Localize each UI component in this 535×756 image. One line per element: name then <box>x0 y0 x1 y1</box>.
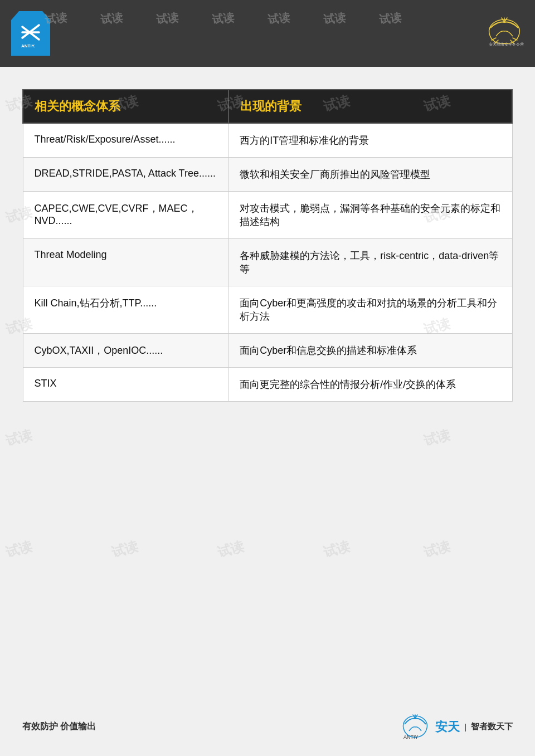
table-cell-right-4: 面向Cyber和更高强度的攻击和对抗的场景的分析工具和分析方法 <box>228 286 512 334</box>
header: ANTIY. 试读 试读 试读 试读 试读 试读 试读 安天网络安全冬令营第四期 <box>0 0 535 67</box>
col-header-right: 出现的背景 <box>228 90 512 123</box>
svg-text:ANTIY: ANTIY <box>403 734 419 739</box>
pwm-10: 试读 <box>4 426 35 450</box>
table-row: DREAD,STRIDE,PASTA, Attack Tree......微软和… <box>23 158 512 192</box>
table-row: CAPEC,CWE,CVE,CVRF，MAEC，NVD......对攻击模式，脆… <box>23 192 512 239</box>
table-cell-left-3: Threat Modeling <box>23 239 228 286</box>
table-cell-left-5: CybOX,TAXII，OpenIOC...... <box>23 334 228 368</box>
wm2: 试读 <box>100 10 123 27</box>
content-table: 相关的概念体系 出现的背景 Threat/Risk/Exposure/Asset… <box>22 89 513 402</box>
svg-text:ANTIY.: ANTIY. <box>21 43 35 48</box>
table-cell-left-4: Kill Chain,钻石分析,TTP...... <box>23 286 228 334</box>
pwm-12: 试读 <box>4 537 35 561</box>
footer-brand-slogan: 智者数天下 <box>471 721 513 732</box>
table-cell-left-2: CAPEC,CWE,CVE,CVRF，MAEC，NVD...... <box>23 192 228 239</box>
table-cell-right-3: 各种威胁建模的方法论，工具，risk-centric，data-driven等等 <box>228 239 512 286</box>
phoenix-icon: 安天网络安全冬令营第四期 <box>485 17 524 51</box>
main-content: 试读 试读 试读 试读 试读 试读 试读 试读 试读 试读 试读 试读 试读 试… <box>0 67 535 418</box>
table-row: STIX面向更完整的综合性的情报分析/作业/交换的体系 <box>23 368 512 402</box>
table-row: Threat/Risk/Exposure/Asset......西方的IT管理和… <box>23 123 512 158</box>
table-cell-right-1: 微软和相关安全厂商所推出的风险管理模型 <box>228 158 512 192</box>
table-cell-right-5: 面向Cyber和信息交换的描述和标准体系 <box>228 334 512 368</box>
table-header-row: 相关的概念体系 出现的背景 <box>23 90 512 123</box>
table-row: CybOX,TAXII，OpenIOC......面向Cyber和信息交换的描述… <box>23 334 512 368</box>
header-watermarks: 试读 试读 试读 试读 试读 试读 试读 <box>45 11 424 26</box>
wm6: 试读 <box>323 10 346 27</box>
footer-right: ANTIY 安天 | 智者数天下 <box>400 714 513 739</box>
table-cell-left-0: Threat/Risk/Exposure/Asset...... <box>23 123 228 158</box>
table-cell-right-6: 面向更完整的综合性的情报分析/作业/交换的体系 <box>228 368 512 402</box>
wm1: 试读 <box>44 10 67 27</box>
footer-brand-main: 安天 <box>435 719 460 735</box>
col-header-left: 相关的概念体系 <box>23 90 228 123</box>
footer-left-text: 有效防护 价值输出 <box>22 721 96 733</box>
wm4: 试读 <box>211 10 235 27</box>
wm3: 试读 <box>155 10 179 27</box>
table-cell-left-1: DREAD,STRIDE,PASTA, Attack Tree...... <box>23 158 228 192</box>
svg-text:安天网络安全冬令营第四期: 安天网络安全冬令营第四期 <box>489 42 524 47</box>
pwm-14: 试读 <box>216 537 246 561</box>
wm5: 试读 <box>267 10 290 27</box>
table-cell-left-6: STIX <box>23 368 228 402</box>
header-right-logo: 安天网络安全冬令营第四期 <box>485 17 524 51</box>
footer-brand-divider: | <box>464 723 466 731</box>
table-cell-right-2: 对攻击模式，脆弱点，漏洞等各种基础的安全元素的标定和描述结构 <box>228 192 512 239</box>
pwm-16: 试读 <box>422 537 453 561</box>
table-cell-right-0: 西方的IT管理和标准化的背景 <box>228 123 512 158</box>
footer: 有效防护 价值输出 ANTIY 安天 | 智者数天下 <box>0 714 535 739</box>
pwm-11: 试读 <box>422 426 453 450</box>
table-row: Threat Modeling各种威胁建模的方法论，工具，risk-centri… <box>23 239 512 286</box>
wm7: 试读 <box>378 10 402 27</box>
footer-brand-text: 安天 | 智者数天下 <box>435 719 513 735</box>
table-row: Kill Chain,钻石分析,TTP......面向Cyber和更高强度的攻击… <box>23 286 512 334</box>
pwm-15: 试读 <box>322 537 352 561</box>
footer-bird-icon: ANTIY <box>400 714 431 739</box>
pwm-13: 试读 <box>110 537 140 561</box>
